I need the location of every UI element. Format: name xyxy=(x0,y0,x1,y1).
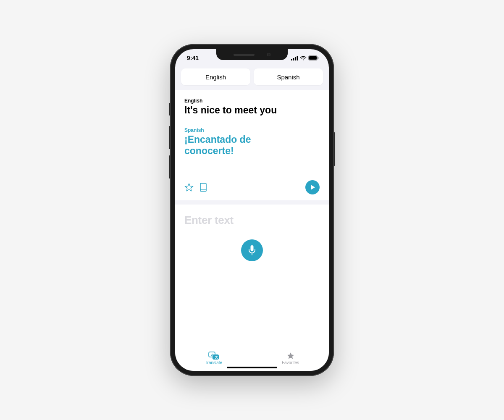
play-icon xyxy=(310,184,315,190)
translate-icon: A文 xyxy=(208,352,219,360)
divider xyxy=(184,122,320,122)
book-icon xyxy=(200,183,207,192)
status-indicators xyxy=(291,55,319,60)
device-frame: 9:41 English Spanish English It's nice t… xyxy=(170,44,334,376)
play-audio-button[interactable] xyxy=(305,180,320,194)
speaker-grille xyxy=(234,54,255,56)
source-language-heading: English xyxy=(184,98,320,104)
language-selector-row: English Spanish xyxy=(175,67,329,90)
svg-rect-1 xyxy=(293,58,294,60)
text-input-area[interactable]: Enter text xyxy=(175,205,329,345)
target-language-button[interactable]: Spanish xyxy=(254,68,323,85)
silence-switch xyxy=(169,103,170,116)
screen: 9:41 English Spanish English It's nice t… xyxy=(175,49,329,371)
wifi-icon xyxy=(300,56,307,60)
svg-rect-2 xyxy=(295,57,296,60)
microphone-button[interactable] xyxy=(241,239,263,261)
status-time: 9:41 xyxy=(187,55,199,61)
dictionary-button[interactable] xyxy=(200,183,207,192)
svg-rect-6 xyxy=(318,57,319,59)
svg-marker-7 xyxy=(185,184,193,191)
power-button xyxy=(334,132,335,166)
home-indicator[interactable] xyxy=(227,367,277,368)
tab-translate-label: Translate xyxy=(205,360,222,365)
cellular-icon xyxy=(291,56,298,60)
source-language-label: English xyxy=(205,74,226,81)
target-language-label: Spanish xyxy=(277,74,299,81)
front-camera xyxy=(267,53,270,56)
star-icon xyxy=(184,183,194,192)
notch xyxy=(216,49,288,60)
battery-icon xyxy=(308,55,319,60)
svg-rect-0 xyxy=(291,59,292,60)
translated-text: ¡Encantado de conocerte! xyxy=(184,134,277,157)
tab-favorites-label: Favorites xyxy=(282,360,299,365)
microphone-icon xyxy=(248,245,256,256)
translation-card: English It's nice to meet you Spanish ¡E… xyxy=(175,90,329,200)
volume-down-button xyxy=(169,155,170,178)
svg-text:A: A xyxy=(211,353,213,356)
source-text: It's nice to meet you xyxy=(184,105,320,116)
svg-text:文: 文 xyxy=(214,355,218,359)
target-language-heading: Spanish xyxy=(184,127,320,133)
volume-up-button xyxy=(169,126,170,149)
svg-rect-11 xyxy=(251,245,254,251)
favorite-button[interactable] xyxy=(184,183,194,192)
svg-marker-10 xyxy=(311,185,315,190)
svg-rect-5 xyxy=(309,56,317,60)
card-actions xyxy=(184,180,320,194)
left-action-group xyxy=(184,183,207,192)
svg-rect-3 xyxy=(297,56,298,60)
source-language-button[interactable]: English xyxy=(181,68,250,85)
svg-marker-17 xyxy=(287,352,294,359)
input-placeholder: Enter text xyxy=(184,214,320,227)
star-filled-icon xyxy=(286,352,295,360)
